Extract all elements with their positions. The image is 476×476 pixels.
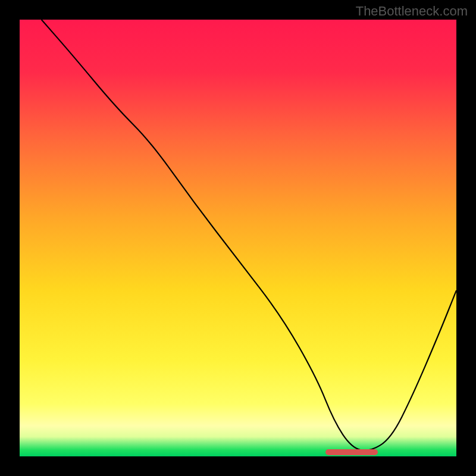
chart-curve (20, 20, 456, 456)
optimal-range-marker (325, 449, 378, 455)
chart-plot-area (20, 20, 456, 456)
watermark-text: TheBottleneck.com (356, 4, 468, 19)
